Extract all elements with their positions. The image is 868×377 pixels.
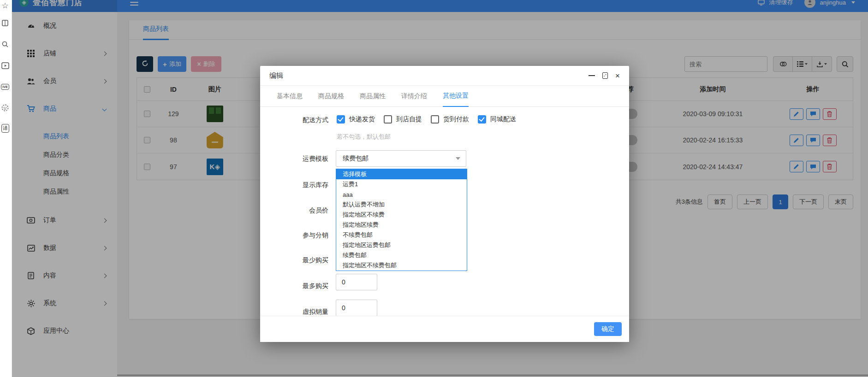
tab-product-attr[interactable]: 商品属性: [360, 92, 386, 106]
tab-product-spec[interactable]: 商品规格: [318, 92, 344, 106]
edit-modal: 编辑 ⤢ × 基本信息 商品规格 商品属性 详情介绍 其他设置 配送方式 快递发…: [260, 66, 629, 342]
close-icon[interactable]: ×: [615, 72, 620, 80]
minimize-icon[interactable]: [589, 75, 595, 76]
dropdown-option[interactable]: 指定地区不续费: [336, 210, 467, 220]
show-stock-label: 显示库存: [260, 181, 328, 189]
star-icon[interactable]: ☆: [0, 0, 11, 11]
tab-detail-intro[interactable]: 详情介绍: [401, 92, 427, 106]
checkbox-unchecked-icon: [431, 115, 439, 124]
max-buy-label: 最多购买: [260, 282, 328, 290]
dropdown-option[interactable]: 指定地区不续费包邮: [336, 260, 467, 271]
modal-title: 编辑: [269, 71, 283, 80]
member-price-label: 会员价: [260, 206, 328, 215]
dropdown-option[interactable]: 指定地区续费: [336, 220, 467, 230]
confirm-button[interactable]: 确定: [594, 322, 622, 336]
modal-tabs: 基本信息 商品规格 商品属性 详情介绍 其他设置: [260, 86, 629, 107]
checkbox-cash-on-delivery[interactable]: 货到付款: [431, 115, 478, 124]
checkbox-store-pickup[interactable]: 到店自提: [384, 115, 431, 124]
dropdown-option[interactable]: 选择模板: [336, 169, 467, 179]
search-icon[interactable]: [0, 39, 11, 50]
select-caret-icon: [456, 157, 460, 160]
tab-basic-info[interactable]: 基本信息: [277, 92, 303, 106]
min-buy-label: 最少购买: [260, 256, 328, 265]
dropdown-option[interactable]: 运费1: [336, 179, 467, 189]
browser-side-strip: ☆ IVE 译: [0, 0, 12, 377]
dropdown-option[interactable]: aaa: [336, 189, 467, 200]
checkbox-express[interactable]: 快递发货: [337, 115, 384, 124]
virtual-sales-label: 虚拟销量: [260, 308, 328, 316]
delivery-options: 快递发货 到店自提 货到付款 同城配送: [337, 115, 525, 124]
modal-body: 配送方式 快递发货 到店自提 货到付款 同城配送: [260, 107, 629, 316]
checkbox-checked-icon: [478, 115, 486, 124]
max-buy-input[interactable]: [336, 274, 377, 290]
dropdown-option[interactable]: 指定地区运费包邮: [336, 240, 467, 250]
modal-header: 编辑 ⤢ ×: [260, 66, 629, 86]
checkbox-checked-icon: [337, 115, 345, 124]
dropdown-option[interactable]: 默认运费不增加: [336, 200, 467, 210]
distribution-label: 参与分销: [260, 231, 328, 240]
dropdown-option[interactable]: 续费包邮: [336, 250, 467, 260]
tab-other-settings[interactable]: 其他设置: [443, 92, 469, 107]
modal-footer: 确定: [260, 316, 629, 342]
virtual-sales-input[interactable]: [336, 300, 377, 316]
video-icon[interactable]: [0, 60, 11, 71]
freight-template-dropdown: 选择模板 运费1 aaa 默认运费不增加 指定地区不续费 指定地区续费 不续费包…: [336, 169, 467, 271]
delivery-hint: 若不勾选，默认包邮: [337, 133, 391, 141]
freight-template-select[interactable]: 续费包邮: [336, 150, 466, 167]
checkbox-unchecked-icon: [384, 115, 392, 124]
delivery-method-label: 配送方式: [260, 116, 328, 124]
live-icon[interactable]: IVE: [0, 81, 11, 92]
translate-icon[interactable]: 译: [0, 123, 11, 134]
checkbox-city-delivery[interactable]: 同城配送: [478, 115, 525, 124]
maximize-icon[interactable]: ⤢: [602, 72, 608, 79]
dropdown-option[interactable]: 不续费包邮: [336, 230, 467, 240]
book-icon[interactable]: [0, 18, 11, 29]
chat-smiley-icon[interactable]: [0, 102, 11, 113]
screen: ☆ IVE 译 ◈ 壹佰智慧门店: [0, 0, 868, 377]
freight-template-label: 运费模板: [260, 155, 328, 163]
